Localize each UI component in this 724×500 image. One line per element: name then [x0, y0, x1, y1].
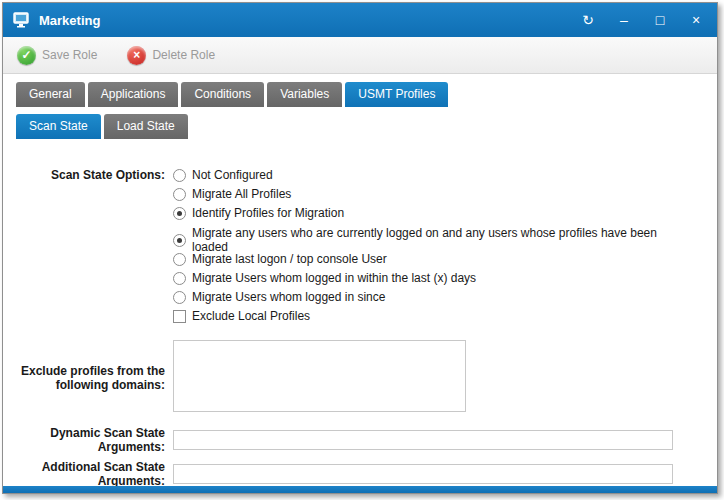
app-icon: [13, 12, 31, 28]
window: Marketing ↻ – □ × ✓ Save Role × Delete R…: [2, 2, 718, 494]
checkbox-icon: [173, 310, 186, 323]
radio-migrate-all-profiles[interactable]: Migrate All Profiles: [173, 187, 673, 201]
scan-state-options-label: Scan State Options:: [3, 168, 173, 328]
window-title: Marketing: [39, 13, 577, 28]
tab-bar: General Applications Conditions Variable…: [3, 74, 717, 107]
delete-x-icon: ×: [127, 46, 146, 65]
radio-icon: [173, 253, 186, 266]
exclude-domains-textarea[interactable]: [173, 340, 466, 412]
titlebar: Marketing ↻ – □ ×: [3, 3, 717, 37]
radio-not-configured[interactable]: Not Configured: [173, 168, 673, 182]
dynamic-args-input[interactable]: [173, 430, 673, 450]
dynamic-args-label: Dynamic Scan State Arguments:: [3, 426, 173, 454]
radio-migrate-last-logon[interactable]: Migrate last logon / top console User: [173, 252, 673, 266]
additional-args-input[interactable]: [173, 464, 673, 484]
radio-migrate-logged-on-users[interactable]: Migrate any users who are currently logg…: [173, 233, 673, 247]
radio-identify-profiles[interactable]: Identify Profiles for Migration: [173, 206, 673, 220]
radio-icon: [173, 207, 186, 220]
tab-variables[interactable]: Variables: [267, 82, 342, 107]
radio-icon: [173, 272, 186, 285]
radio-icon: [173, 188, 186, 201]
refresh-button[interactable]: ↻: [577, 9, 599, 31]
close-button[interactable]: ×: [685, 9, 707, 31]
exclude-domains-label: Exclude profiles from the following doma…: [3, 364, 173, 392]
toolbar: ✓ Save Role × Delete Role: [3, 37, 717, 74]
subtab-bar: Scan State Load State: [3, 107, 717, 139]
radio-icon: [173, 291, 186, 304]
save-role-button[interactable]: ✓ Save Role: [11, 42, 103, 69]
additional-args-label: Additional Scan State Arguments:: [3, 460, 173, 486]
subtab-load-state[interactable]: Load State: [104, 114, 188, 139]
save-check-icon: ✓: [17, 46, 36, 65]
radio-migrate-logged-in-since[interactable]: Migrate Users whom logged in since: [173, 290, 673, 304]
maximize-button[interactable]: □: [649, 9, 671, 31]
minimize-button[interactable]: –: [613, 9, 635, 31]
save-role-label: Save Role: [42, 48, 97, 62]
subtab-scan-state[interactable]: Scan State: [16, 114, 101, 139]
delete-role-button[interactable]: × Delete Role: [121, 42, 221, 69]
delete-role-label: Delete Role: [152, 48, 215, 62]
tab-applications[interactable]: Applications: [88, 82, 179, 107]
scan-state-form: Scan State Options: Not Configured Migra…: [3, 139, 717, 486]
tab-general[interactable]: General: [16, 82, 85, 107]
radio-migrate-last-x-days[interactable]: Migrate Users whom logged in within the …: [173, 271, 673, 285]
checkbox-exclude-local-profiles[interactable]: Exclude Local Profiles: [173, 309, 673, 323]
radio-icon: [173, 234, 186, 247]
tab-usmt-profiles[interactable]: USMT Profiles: [345, 82, 448, 107]
tab-conditions[interactable]: Conditions: [181, 82, 264, 107]
radio-icon: [173, 169, 186, 182]
window-bottom-bar: [3, 486, 717, 493]
